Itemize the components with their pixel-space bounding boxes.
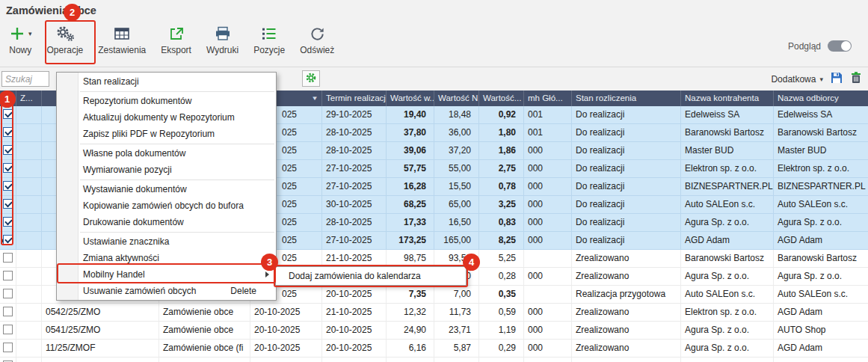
row-checkbox[interactable] [3, 181, 13, 191]
preview-toggle[interactable] [828, 40, 852, 52]
callout-badge-4: 4 [463, 254, 480, 271]
toolbar-button-export[interactable]: Eksport [156, 21, 196, 57]
row-checkbox[interactable] [3, 109, 13, 119]
menu-item-stan-realizacji[interactable]: Stan realizacji [57, 73, 276, 90]
menu-separator [80, 180, 274, 180]
cell-kontrahent: Agura Sp. z o.o. [681, 214, 774, 231]
cell-vat: 0,83 [479, 214, 524, 231]
row-checkbox[interactable] [3, 217, 13, 227]
row-checkbox[interactable] [3, 163, 13, 173]
column-header-odbiorca[interactable]: Nazwa odbiorcy [774, 90, 868, 106]
toolbar-button-refresh[interactable]: Odśwież [295, 21, 339, 57]
column-header-mh[interactable]: mh Głó... [524, 90, 572, 106]
filter-settings-button[interactable] [302, 70, 320, 87]
cell-vat: 8,25 [479, 232, 524, 249]
menu-item-repozytorium-dokument-w[interactable]: Repozytorium dokumentów [57, 93, 276, 109]
row-checkbox[interactable] [3, 253, 13, 263]
toolbar-button-new[interactable]: ▾Nowy [4, 21, 37, 57]
submenu-item-dodaj-zam-wienia-do-kalendarza[interactable]: Dodaj zamówienia do kalendarza [276, 268, 466, 284]
menu-item-wymiarowanie-pozycji[interactable]: Wymiarowanie pozycji [57, 162, 276, 178]
cell-odbiorca: BIZNESPARTNER.PL [774, 178, 868, 195]
cell-select [0, 160, 16, 177]
menu-item-zapisz-pliki-pdf-w-repozytorium[interactable]: Zapisz pliki PDF w Repozytorium [57, 126, 276, 142]
cell-termin: 20-10-2025 [322, 340, 387, 357]
menu-item-w-asne-pola-dokument-w[interactable]: Własne pola dokumentów [57, 145, 276, 162]
toolbar-button-items[interactable]: Pozycje [249, 21, 289, 57]
column-header-kontrahent[interactable]: Nazwa kontrahenta [681, 90, 774, 106]
column-header-label: Wartość N... [438, 90, 479, 106]
menu-item-label: Aktualizuj dokumenty w Repozytorium [83, 112, 235, 123]
chevron-down-icon: ▾ [819, 76, 823, 83]
toolbar-button-reports[interactable]: Zestawienia [93, 21, 150, 57]
menu-item-wystawianie-dokument-w[interactable]: Wystawianie dokumentów [57, 181, 276, 197]
menu-item-label: Kopiowanie zamówień obcych do bufora [83, 200, 244, 211]
row-checkbox[interactable] [3, 235, 13, 245]
table-row[interactable]: 0542/25/ZMOZamówienie obce20-10-202521-1… [0, 304, 868, 322]
column-header-z[interactable]: Z... [16, 90, 42, 106]
menu-item-usuwanie-zam-wie-obcych[interactable]: Usuwanie zamówień obcychDelete [57, 283, 276, 299]
cell-typ: Zamówienie obce [159, 304, 250, 321]
row-checkbox[interactable] [3, 325, 13, 334]
table-row[interactable]: 11/25/ZMOFZamówienie obce (fi20-10-20252… [0, 340, 868, 358]
row-checkbox[interactable] [3, 145, 13, 155]
column-header-brutto[interactable]: Wartość w... [387, 90, 434, 106]
column-header-label: Nazwa odbiorcy [778, 90, 839, 106]
cell-kontrahent: Elektron sp. z o.o. [681, 304, 774, 321]
menu-item-label: Wystawianie dokumentów [83, 184, 187, 194]
cell-netto: 65,00 [434, 196, 479, 213]
column-header-netto[interactable]: Wartość N... [434, 90, 479, 106]
cell-select [0, 322, 16, 339]
cell-netto: 23,71 [434, 322, 479, 339]
menu-item-label: Zapisz pliki PDF w Repozytorium [83, 129, 215, 139]
row-checkbox[interactable] [3, 127, 13, 137]
cell-brutto: 68,25 [387, 196, 434, 213]
menu-item-ustawianie-znacznika[interactable]: Ustawianie znacznika [57, 233, 276, 250]
cell-odbiorca: Agura Sp. z o.o. [774, 268, 868, 285]
menu-item-zmiana-aktywno-ci[interactable]: Zmiana aktywności [57, 250, 276, 266]
cell-odbiorca: Baranowski Bartosz [774, 124, 868, 141]
row-checkbox[interactable] [3, 271, 13, 280]
cell-mh: 000 [524, 322, 572, 339]
toolbar-button-prints[interactable]: Wydruki [202, 21, 243, 57]
submenu-arrow-icon [265, 272, 269, 277]
cell-odbiorca: AGD Adam [774, 232, 868, 249]
gear-icon [305, 72, 317, 86]
menu-separator [80, 232, 274, 233]
column-header-termin[interactable]: Termin realizacji [322, 90, 387, 106]
cell-odbiorca: AGD Adam [774, 304, 868, 321]
cell-z [16, 286, 42, 303]
search-input[interactable] [1, 71, 49, 87]
delete-view-button[interactable] [850, 71, 862, 87]
view-controls: Dodatkowa ▾ [771, 71, 862, 87]
menu-item-mobilny-handel[interactable]: Mobilny Handel [57, 266, 276, 283]
cell-kontrahent: Agura Sp. z o.o. [681, 340, 774, 357]
row-checkbox[interactable] [3, 307, 13, 316]
menu-item-drukowanie-dokument-w[interactable]: Drukowanie dokumentów [57, 214, 276, 230]
chevron-down-icon[interactable]: ▾ [28, 30, 32, 37]
refresh-icon [309, 23, 326, 44]
cell-termin: 28-10-2025 [322, 214, 387, 231]
table-row[interactable]: 0541/25/ZMOZamówienie obce20-10-202520-1… [0, 322, 868, 340]
cell-mh: 001 [524, 124, 572, 141]
cell-brutto: 16,28 [387, 178, 434, 195]
column-header-vat[interactable]: Wartość... [479, 90, 524, 106]
table-row[interactable]: 10/25/ZMOFZamówienie obce (fi20-10-20252… [0, 358, 868, 362]
menu-item-kopiowanie-zam-wie-obcych-do-bufora[interactable]: Kopiowanie zamówień obcych do bufora [57, 197, 276, 214]
row-checkbox[interactable] [3, 343, 13, 352]
menu-item-aktualizuj-dokumenty-w-repozytorium[interactable]: Aktualizuj dokumenty w Repozytorium [57, 109, 276, 126]
row-checkbox[interactable] [3, 199, 13, 209]
toolbar-button-operations[interactable]: Operacje [43, 21, 88, 57]
toolbar-buttons: ▾NowyOperacjeZestawieniaEksportWydrukiPo… [4, 21, 339, 57]
save-view-button[interactable] [830, 71, 843, 87]
view-selector-dropdown[interactable]: Dodatkowa ▾ [771, 74, 823, 85]
cell-vat: 0,28 [479, 268, 524, 285]
positions-icon [261, 23, 277, 44]
cell-mh [524, 250, 572, 267]
cell-mh: 001 [524, 106, 572, 123]
cell-z [16, 268, 42, 285]
cell-select [0, 340, 16, 357]
cell-kontrahent: Agura Sp. z o.o. [681, 268, 774, 285]
column-header-stan[interactable]: Stan rozliczenia [572, 90, 681, 106]
cell-vat: 3,25 [479, 196, 524, 213]
row-checkbox[interactable] [3, 289, 13, 298]
